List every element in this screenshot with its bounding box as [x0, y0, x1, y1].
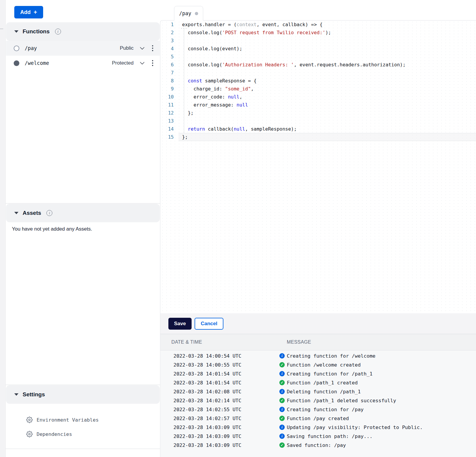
code-line-12[interactable]: 12 }; — [160, 109, 476, 117]
log-timestamp: 2022-03-28 14:03:09 UTC — [173, 433, 241, 439]
assets-title: Assets — [23, 210, 41, 216]
left-rail — [0, 0, 6, 457]
code-line-6[interactable]: 6 console.log('Authorization Headers: ',… — [160, 61, 476, 69]
cancel-button[interactable]: Cancel — [195, 318, 224, 330]
chevron-down-icon[interactable] — [139, 60, 145, 66]
info-icon — [279, 371, 285, 376]
code-text: }; — [178, 109, 476, 117]
log-row: 2022-03-28 14:01:54 UTCFunction /path_1 … — [160, 378, 476, 387]
unsaved-indicator-dot — [195, 12, 198, 15]
code-line-9[interactable]: 9 charge_id: "some_id", — [160, 85, 476, 93]
code-editor[interactable]: ··· 1exports.handler = (context, event, … — [160, 20, 476, 313]
line-number: 11 — [160, 101, 178, 109]
code-line-2[interactable]: 2 console.log('POST request from Twilio … — [160, 29, 476, 37]
code-line-4[interactable]: 4 console.log(event); — [160, 45, 476, 53]
code-text: charge_id: "some_id", — [178, 85, 476, 93]
info-icon — [279, 353, 285, 359]
log-timestamp: 2022-03-28 14:03:09 UTC — [173, 425, 241, 430]
log-message: Saved function: /pay — [287, 442, 346, 448]
line-number: 6 — [160, 61, 178, 69]
log-message: Deleting function /path_1 — [287, 389, 361, 395]
code-line-3[interactable]: 3 — [160, 37, 476, 45]
code-text: console.log(event); — [178, 45, 476, 53]
code-line-15[interactable]: 15}; — [160, 133, 476, 141]
log-header-date: DATE & TIME — [171, 339, 202, 345]
line-number: 10 — [160, 93, 178, 101]
line-number: 4 — [160, 45, 178, 53]
gear-icon — [26, 431, 33, 437]
line-number: 7 — [160, 69, 178, 77]
success-check-icon — [279, 416, 285, 421]
caret-down-icon — [14, 393, 18, 396]
code-line-14[interactable]: 14 return callback(null, sampleResponse)… — [160, 125, 476, 133]
settings-item-environment-variables[interactable]: Environment Variables — [26, 415, 99, 424]
code-text: console.log('POST request from Twilio re… — [178, 29, 476, 37]
code-text: error_message: null — [178, 101, 476, 109]
line-number: 9 — [160, 85, 178, 93]
log-message: Function /pay created — [287, 416, 349, 421]
function-row-welcome[interactable]: /welcomeProtected — [6, 56, 160, 71]
functions-title: Functions — [23, 28, 50, 35]
line-number: 12 — [160, 109, 178, 117]
tab-label: /pay — [179, 10, 191, 16]
functions-section-header[interactable]: Functions — [6, 22, 160, 41]
code-line-8[interactable]: 8 const sampleResponse = { — [160, 77, 476, 85]
log-row: 2022-03-28 14:03:09 UTCUpdating /pay vis… — [160, 423, 476, 432]
function-row-pay[interactable]: /payPublic — [6, 41, 160, 56]
code-text: exports.handler = (context, event, callb… — [178, 21, 476, 29]
function-path: /pay — [25, 45, 120, 51]
log-timestamp: 2022-03-28 14:02:14 UTC — [173, 398, 241, 403]
kebab-menu-icon[interactable] — [150, 60, 155, 66]
log-message: Saving function path: /pay... — [287, 433, 372, 439]
success-check-icon — [279, 442, 285, 448]
code-lines: 1exports.handler = (context, event, call… — [160, 21, 476, 141]
log-row: 2022-03-28 14:02:55 UTCCreating function… — [160, 405, 476, 414]
function-visibility: Protected — [112, 60, 134, 66]
info-icon[interactable] — [55, 29, 61, 35]
add-button[interactable]: Add + — [14, 6, 43, 18]
code-line-1[interactable]: 1exports.handler = (context, event, call… — [160, 21, 476, 29]
info-icon — [279, 433, 285, 439]
log-timestamp: 2022-03-28 14:02:55 UTC — [173, 407, 241, 412]
log-row: 2022-03-28 14:02:14 UTCFunction /path_1 … — [160, 396, 476, 405]
code-line-5[interactable]: 5 — [160, 53, 476, 61]
divider — [6, 203, 160, 204]
sidebar: Add + Functions /payPublic/welcomeProtec… — [6, 0, 160, 457]
log-message: Creating function for /pay — [287, 407, 364, 412]
code-text: const sampleResponse = { — [178, 77, 476, 85]
log-timestamp: 2022-03-28 14:01:54 UTC — [173, 380, 241, 386]
settings-section-header[interactable]: Settings — [6, 385, 160, 404]
log-row: 2022-03-28 14:03:09 UTCSaved function: /… — [160, 441, 476, 450]
function-visibility: Public — [120, 45, 134, 51]
log-message: Creating function for /welcome — [287, 353, 375, 359]
code-line-7[interactable]: 7 — [160, 69, 476, 77]
line-number: 1 — [160, 21, 178, 29]
log-timestamp: 2022-03-28 14:01:54 UTC — [173, 371, 241, 377]
code-line-10[interactable]: 10 error_code: null, — [160, 93, 476, 101]
plus-icon: + — [34, 9, 37, 16]
line-number: 15 — [160, 133, 178, 141]
success-check-icon — [279, 380, 285, 385]
assets-section-header[interactable]: Assets — [6, 204, 160, 222]
save-button[interactable]: Save — [168, 318, 192, 330]
log-timestamp: 2022-03-28 14:02:08 UTC — [173, 389, 241, 395]
assets-empty-message: You have not yet added any Assets. — [12, 226, 92, 232]
settings-title: Settings — [23, 391, 45, 398]
success-check-icon — [279, 398, 285, 403]
info-icon[interactable] — [46, 210, 52, 216]
log-row: 2022-03-28 14:00:54 UTCCreating function… — [160, 351, 476, 360]
log-message: Function /welcome created — [287, 362, 361, 368]
kebab-menu-icon[interactable] — [150, 45, 155, 51]
line-number: 8 — [160, 77, 178, 85]
tab-pay[interactable]: /pay — [174, 6, 203, 21]
line-number: 3 — [160, 37, 178, 45]
fold-indicator-icon[interactable]: ··· — [181, 26, 187, 30]
code-line-13[interactable]: 13 — [160, 117, 476, 125]
log-timestamp: 2022-03-28 14:03:09 UTC — [173, 442, 241, 448]
chevron-down-icon[interactable] — [139, 45, 145, 51]
code-line-11[interactable]: 11 error_message: null — [160, 101, 476, 109]
settings-item-label: Dependencies — [37, 431, 72, 437]
settings-item-dependencies[interactable]: Dependencies — [26, 430, 72, 439]
log-row: 2022-03-28 14:03:09 UTCSaving function p… — [160, 432, 476, 441]
line-number: 14 — [160, 125, 178, 133]
